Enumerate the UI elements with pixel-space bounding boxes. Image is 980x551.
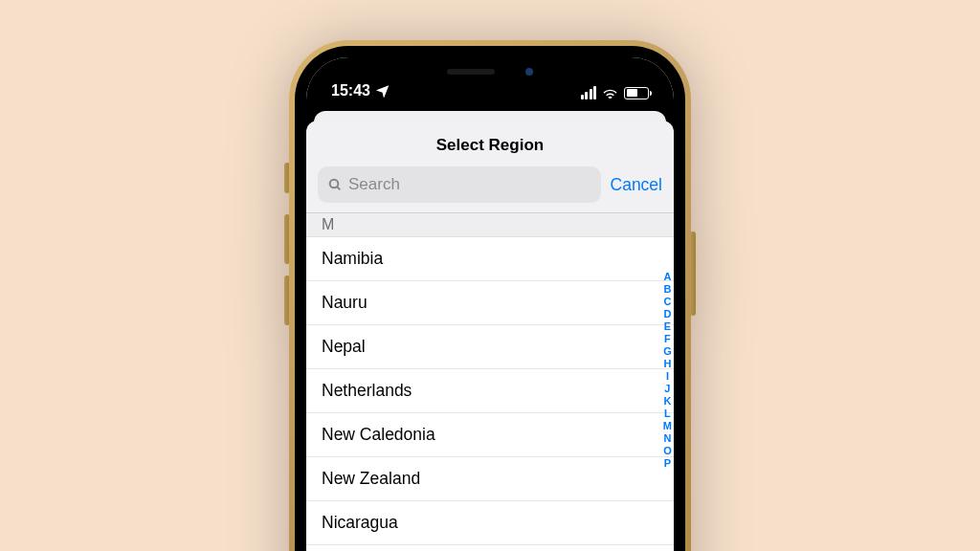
list-item[interactable]: Nauru [306, 281, 674, 325]
battery-icon [624, 87, 649, 99]
list-item[interactable]: New Zealand [306, 457, 674, 501]
svg-point-0 [330, 180, 339, 188]
index-letter[interactable]: K [663, 395, 672, 408]
speaker-grille [447, 69, 495, 75]
list-item[interactable]: Nicaragua [306, 501, 674, 545]
battery-fill [627, 89, 638, 97]
cancel-button[interactable]: Cancel [611, 175, 662, 195]
list-item[interactable]: Netherlands [306, 369, 674, 413]
index-letter[interactable]: M [663, 420, 672, 432]
location-arrow-icon [376, 84, 390, 98]
wifi-icon [602, 87, 618, 99]
svg-line-1 [337, 187, 340, 189]
index-letter[interactable]: C [663, 296, 672, 308]
region-list[interactable]: M Namibia Nauru Nepal Netherlands New Ca… [306, 212, 674, 551]
notch [390, 57, 590, 86]
list-item[interactable]: Nepal [306, 325, 674, 369]
search-box[interactable] [318, 166, 601, 203]
search-input[interactable] [348, 175, 591, 194]
index-letter[interactable]: N [663, 432, 672, 445]
list-item[interactable]: Namibia [306, 237, 674, 281]
index-letter[interactable]: F [663, 333, 672, 345]
index-letter[interactable]: P [663, 457, 672, 470]
list-item[interactable]: Niger [306, 545, 674, 551]
alphabet-index[interactable]: A B C D E F G H I J K L M [663, 271, 672, 470]
index-letter[interactable]: B [663, 283, 672, 296]
search-icon [327, 177, 343, 192]
index-letter[interactable]: L [663, 408, 672, 420]
phone-mockup: 15:43 Selec [289, 40, 691, 551]
index-letter[interactable]: E [663, 320, 672, 333]
sheet-title: Select Region [306, 121, 674, 166]
index-letter[interactable]: H [663, 358, 672, 370]
list-item[interactable]: New Caledonia [306, 413, 674, 457]
index-letter[interactable]: G [663, 345, 672, 358]
index-letter[interactable]: J [663, 383, 672, 395]
phone-frame: 15:43 Selec [289, 40, 691, 551]
select-region-sheet: Select Region Cancel M Namibia Nauru Nep… [306, 121, 674, 551]
index-letter[interactable]: D [663, 308, 672, 320]
front-camera [525, 68, 533, 76]
index-letter[interactable]: I [663, 370, 672, 383]
index-letter[interactable]: A [663, 271, 672, 283]
cellular-signal-icon [581, 86, 597, 99]
index-letter[interactable]: O [663, 445, 672, 457]
section-header: M [306, 213, 674, 237]
phone-screen: 15:43 Selec [306, 57, 674, 551]
status-time: 15:43 [331, 82, 370, 99]
